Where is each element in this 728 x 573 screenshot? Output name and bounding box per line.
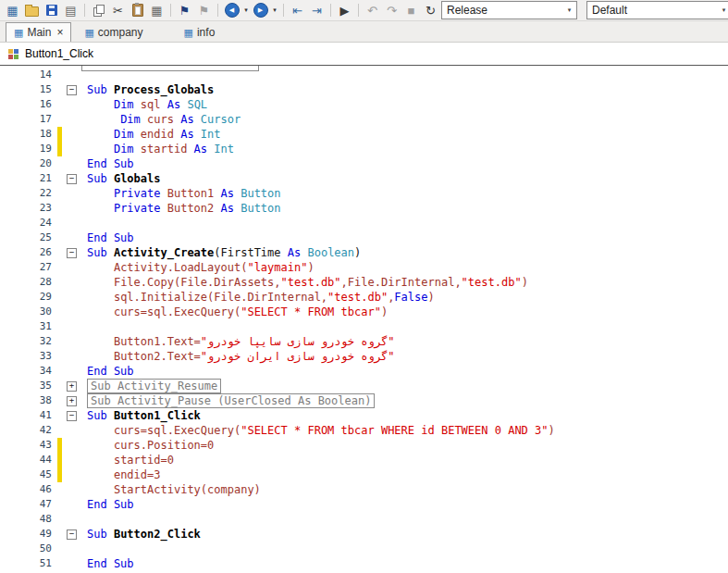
tab-main[interactable]: ▦ Main × — [6, 22, 71, 42]
code-line[interactable]: 38+Sub Activity_Pause (UserClosed As Boo… — [0, 393, 728, 408]
line-number: 17 — [0, 112, 57, 127]
indent-icon[interactable]: ⇥ — [308, 2, 326, 19]
fold-collapse-icon[interactable]: − — [64, 171, 80, 186]
combo-arrow-icon[interactable]: ▾ — [562, 2, 576, 19]
copy-icon[interactable] — [90, 2, 107, 19]
code-line[interactable]: 27 Activity.LoadLayout("laymain") — [0, 260, 728, 275]
code-text: Dim endid As Int — [80, 127, 221, 142]
build-configuration-combo[interactable]: Release ▾ — [441, 1, 577, 19]
code-line[interactable]: 34End Sub — [0, 364, 728, 379]
code-token: Button2 — [167, 202, 221, 215]
next-bookmark-icon[interactable]: ⚑ — [195, 2, 213, 19]
code-line[interactable]: 45 endid=3 — [0, 467, 728, 482]
nav-forward-caret-icon[interactable]: ▾ — [271, 6, 278, 14]
stop-icon[interactable]: ■ — [402, 2, 420, 19]
code-line[interactable]: 43 curs.Position=0 — [0, 438, 728, 453]
code-token: Sub Activity_Resume — [91, 380, 217, 392]
code-token: Button1.Text= — [114, 335, 201, 348]
line-number: 51 — [0, 556, 57, 571]
code-line[interactable]: 25End Sub — [0, 230, 728, 245]
fold-collapse-icon[interactable]: − — [64, 82, 80, 97]
code-token: Private — [114, 187, 167, 200]
save-icon[interactable] — [43, 2, 60, 19]
fold-box: − — [67, 85, 77, 95]
code-line[interactable]: 44 startid=0 — [0, 453, 728, 467]
fold-gutter — [64, 319, 80, 334]
undo-icon[interactable]: ↶ — [364, 2, 381, 19]
code-editor[interactable]: 1415−Sub Process_Globals16 Dim sql As SQ… — [0, 66, 728, 573]
code-text: End Sub — [80, 497, 134, 512]
code-line[interactable]: 33 Button2.Text="گروه خودرو سازی ایران خ… — [0, 349, 728, 364]
outdent-icon[interactable]: ⇤ — [289, 2, 306, 19]
code-line[interactable]: 28 File.Copy(File.DirAssets,"test.db",Fi… — [0, 275, 728, 290]
code-text: endid=3 — [80, 467, 160, 482]
change-marker-empty — [57, 349, 62, 364]
code-line[interactable]: 23 Private Button2 As Button — [0, 201, 728, 216]
code-line[interactable]: 32 Button1.Text="گروه خودرو سازی سایپا خ… — [0, 334, 728, 349]
code-line[interactable]: 49−Sub Button2_Click — [0, 527, 728, 542]
module-icon: ▦ — [184, 27, 193, 39]
fold-expand-icon[interactable]: + — [64, 379, 80, 393]
fold-collapse-icon[interactable]: − — [64, 408, 80, 423]
code-line[interactable]: 29 sql.Initialize(File.DirInternal,"test… — [0, 290, 728, 305]
code-line[interactable]: 30 curs=sql.ExecQuery("SELECT * FROM tbc… — [0, 305, 728, 319]
fold-collapse-icon[interactable]: − — [64, 245, 80, 260]
code-line[interactable]: 31 — [0, 319, 728, 334]
code-token: As — [221, 187, 241, 200]
nav-back-button[interactable]: ◀ — [223, 2, 241, 19]
code-token: sql.Initialize(File.DirInternal, — [114, 291, 327, 304]
line-number: 19 — [0, 142, 57, 156]
nav-back-caret-icon[interactable]: ▾ — [242, 6, 250, 14]
profile-combo[interactable]: Default ▾ — [586, 1, 728, 19]
code-line[interactable]: 50 — [0, 542, 728, 556]
code-token: ) — [549, 424, 555, 437]
new-window-icon[interactable]: ▦ — [4, 2, 21, 19]
bookmark-icon[interactable]: ⚑ — [176, 2, 193, 19]
change-marker-empty — [57, 305, 62, 319]
code-line[interactable]: 51End Sub — [0, 556, 728, 571]
code-line[interactable]: 26−Sub Activity_Create(FirstTime As Bool… — [0, 245, 728, 260]
cut-icon[interactable]: ✂ — [109, 2, 127, 19]
redo-icon[interactable]: ↷ — [383, 2, 401, 19]
code-line[interactable]: 15−Sub Process_Globals — [0, 82, 728, 97]
code-line[interactable]: 20End Sub — [0, 156, 728, 171]
modules-icon[interactable]: ▦ — [148, 2, 166, 19]
paste-icon[interactable] — [129, 2, 146, 19]
collapsed-region[interactable]: Sub Activity_Resume — [87, 379, 221, 393]
code-line[interactable]: 41−Sub Button1_Click — [0, 408, 728, 423]
code-line[interactable]: 18 Dim endid As Int — [0, 127, 728, 142]
code-line[interactable]: 21−Sub Globals — [0, 171, 728, 186]
code-line[interactable]: 47End Sub — [0, 497, 728, 512]
combo-arrow-icon[interactable]: ▾ — [717, 2, 728, 19]
save-all-icon[interactable]: ▤ — [62, 2, 80, 19]
code-line[interactable]: 46 StartActivity(company) — [0, 482, 728, 497]
fold-expand-icon[interactable]: + — [64, 393, 80, 408]
tab-close-icon[interactable]: × — [56, 26, 63, 39]
code-line[interactable]: 19 Dim startid As Int — [0, 142, 728, 156]
code-line[interactable]: 17 Dim curs As Cursor — [0, 112, 728, 127]
code-text — [80, 512, 87, 527]
current-sub-bar[interactable]: Button1_Click — [0, 43, 728, 66]
nav-forward-button[interactable]: ▶ — [252, 2, 269, 19]
code-token: ) — [427, 291, 434, 304]
open-project-icon[interactable] — [23, 2, 41, 19]
code-token: As — [167, 98, 188, 111]
change-marker-empty — [57, 245, 62, 260]
code-line[interactable]: 48 — [0, 512, 728, 527]
code-line[interactable]: 35+Sub Activity_Resume — [0, 379, 728, 393]
line-number: 41 — [0, 408, 57, 423]
tab-info[interactable]: ▦ info — [177, 23, 223, 42]
code-text: End Sub — [80, 364, 134, 379]
line-number: 22 — [0, 186, 57, 201]
code-line[interactable]: 42 curs=sql.ExecQuery("SELECT * FROM tbc… — [0, 423, 728, 438]
tab-company[interactable]: ▦ company — [77, 23, 150, 42]
change-marker-empty — [57, 542, 62, 556]
run-button[interactable]: ▶ — [336, 2, 353, 19]
rebuild-icon[interactable]: ↻ — [422, 2, 439, 19]
code-line[interactable]: 22 Private Button1 As Button — [0, 186, 728, 201]
code-line[interactable]: 16 Dim sql As SQL — [0, 97, 728, 112]
fold-gutter — [64, 512, 80, 527]
collapsed-region[interactable]: Sub Activity_Pause (UserClosed As Boolea… — [87, 393, 375, 408]
code-line[interactable]: 24 — [0, 216, 728, 230]
fold-collapse-icon[interactable]: − — [64, 527, 80, 542]
